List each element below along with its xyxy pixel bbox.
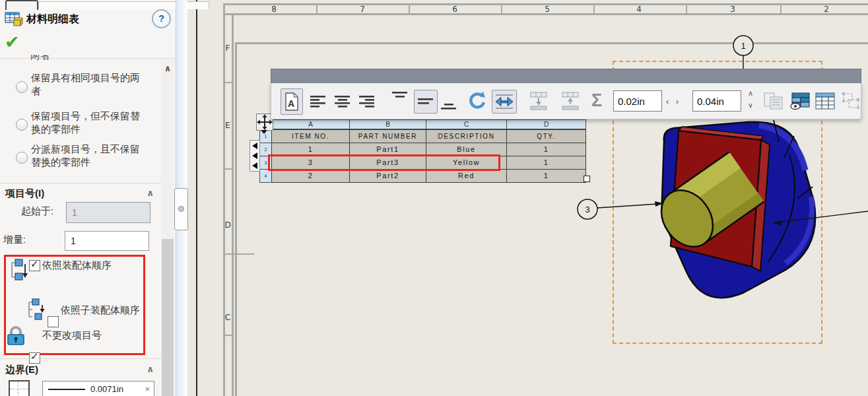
spinner-down-icon[interactable]: ∨: [745, 102, 756, 108]
item-number-section-header[interactable]: 项目号(I): [5, 187, 44, 200]
splitter-dot-icon: [178, 206, 184, 212]
cell-width-input[interactable]: [613, 90, 662, 112]
border-thickness-icon: [9, 380, 30, 396]
radio-assign-new-number[interactable]: [16, 152, 28, 164]
confirm-button[interactable]: ✔: [5, 32, 20, 53]
align-bottom-button[interactable]: [440, 102, 457, 111]
frame-line-left-inner: [232, 13, 234, 396]
align-middle-button[interactable]: [414, 90, 438, 114]
rotate-text-button[interactable]: [467, 90, 488, 112]
collapse-chevron-icon[interactable]: ∧: [147, 187, 154, 198]
follow-assembly-checkbox[interactable]: ✓: [29, 260, 40, 271]
scroll-up-icon[interactable]: ∧: [161, 63, 174, 73]
zone-row-label: F: [222, 44, 233, 53]
bom-cell[interactable]: 2: [271, 170, 350, 183]
sigma-icon: Σ: [591, 90, 602, 111]
start-at-input[interactable]: [66, 202, 150, 223]
drawing-border-left: [235, 42, 237, 396]
lock-icon: [5, 326, 26, 346]
panel-divider: [0, 183, 161, 183]
hide-table-button[interactable]: [789, 91, 811, 111]
table-toolbar: A: [271, 83, 861, 119]
lock-cells-button[interactable]: [840, 91, 861, 111]
zone-tick: [780, 4, 782, 14]
panel-tab-active[interactable]: [5, 0, 38, 10]
panel-scrollbar[interactable]: ∧: [161, 59, 174, 396]
align-center-button[interactable]: [333, 94, 352, 108]
panel-divider: [0, 358, 161, 359]
bom-col-letter[interactable]: D: [507, 119, 586, 129]
table-header-button[interactable]: [814, 91, 836, 111]
merge-down-button[interactable]: [529, 91, 549, 111]
align-top-button[interactable]: [391, 91, 409, 100]
spinner-left-icon[interactable]: ‹: [666, 96, 669, 106]
help-button[interactable]: ?: [152, 9, 171, 28]
bom-cell[interactable]: Red: [426, 170, 507, 183]
increment-input[interactable]: [65, 231, 149, 251]
bom-col-letter[interactable]: B: [350, 119, 426, 129]
check-icon: ✓: [30, 258, 39, 270]
radio-keep-both-label: 保留具有相同项目号的两者: [31, 71, 156, 98]
bom-cell[interactable]: PART NUMBER: [350, 129, 426, 143]
formula-button[interactable]: Σ: [587, 88, 607, 112]
reorder-arrow-icon: [252, 162, 257, 169]
table-toolbar-titlebar[interactable]: [271, 69, 861, 84]
bom-col-letter[interactable]: C: [426, 119, 507, 129]
line-thickness-dropdown[interactable]: 0.0071in ×: [42, 381, 154, 396]
zone-tick: [223, 335, 234, 336]
bom-row-header[interactable]: 4: [259, 170, 272, 183]
part-isometric-view[interactable]: [607, 111, 835, 309]
no-change-label: 不更改项目号: [42, 329, 102, 342]
zone-tick: [223, 168, 234, 170]
row-reorder-handle[interactable]: [250, 140, 260, 172]
radio-keep-both[interactable]: [16, 81, 28, 93]
row-highlight-annotation: [268, 154, 500, 171]
sheet-left-edge: [196, 0, 197, 396]
fit-text-button[interactable]: [492, 90, 517, 114]
splitter-collapse-handle[interactable]: [174, 188, 188, 230]
zone-column-label: 7: [356, 5, 369, 14]
check-icon: ✔: [5, 32, 20, 52]
spinner-up-icon[interactable]: ∧: [745, 90, 756, 96]
property-manager-panel: 材料明细表 ? ✔ 两者 保留具有相同项目号的两者 保留项目号，但不保留替换的零…: [0, 0, 176, 396]
width-spinner[interactable]: ‹ ›: [666, 95, 686, 107]
panel-splitter[interactable]: [176, 0, 187, 396]
table-form-icon: [764, 92, 784, 110]
spinner-right-icon[interactable]: ›: [676, 96, 679, 106]
increment-label: 增量:: [3, 233, 26, 246]
bom-cell[interactable]: DESCRIPTION: [426, 129, 507, 143]
border-section-header[interactable]: 边界(E): [5, 364, 38, 376]
cell-height-input[interactable]: [692, 90, 741, 112]
zone-column-label: 4: [632, 5, 646, 14]
bom-cell[interactable]: ITEM NO.: [271, 129, 350, 143]
zone-row-label: D: [222, 220, 233, 230]
zone-column-label: 6: [448, 5, 461, 14]
table-resize-handle[interactable]: [584, 176, 590, 182]
bom-cell[interactable]: 1: [507, 170, 586, 183]
radio-keep-item-number[interactable]: [16, 119, 28, 131]
align-top-icon: [392, 92, 408, 100]
zone-tick: [223, 82, 234, 83]
align-right-button[interactable]: [358, 94, 376, 108]
bom-cell[interactable]: Part2: [350, 170, 426, 183]
align-left-button[interactable]: [309, 94, 327, 108]
table-template-button[interactable]: [762, 91, 785, 111]
collapse-chevron-icon[interactable]: ∧: [147, 364, 154, 374]
align-left-icon: [310, 94, 326, 108]
scrollbar-thumb[interactable]: [162, 239, 174, 396]
font-format-button[interactable]: A: [281, 88, 303, 115]
start-at-label: 起始于:: [21, 205, 53, 218]
merge-up-button[interactable]: [560, 91, 580, 111]
follow-subassembly-label: 依照子装配体顺序: [61, 304, 140, 317]
zone-tick: [409, 4, 410, 14]
zone-column-label: 5: [541, 5, 554, 14]
bom-cell[interactable]: 1: [507, 156, 586, 170]
bom-column-letters: A B C D: [271, 119, 586, 129]
dropdown-clear-icon[interactable]: ×: [145, 384, 150, 394]
height-spinner[interactable]: ∧ ∨: [745, 90, 756, 108]
bom-cell[interactable]: QTY.: [507, 129, 586, 143]
follow-subassembly-checkbox[interactable]: [48, 316, 59, 327]
radio-keep-item-number-label: 保留项目号，但不保留替换的零部件: [31, 110, 156, 136]
bom-col-letter[interactable]: A: [271, 119, 350, 129]
bom-cell[interactable]: 1: [507, 143, 586, 156]
